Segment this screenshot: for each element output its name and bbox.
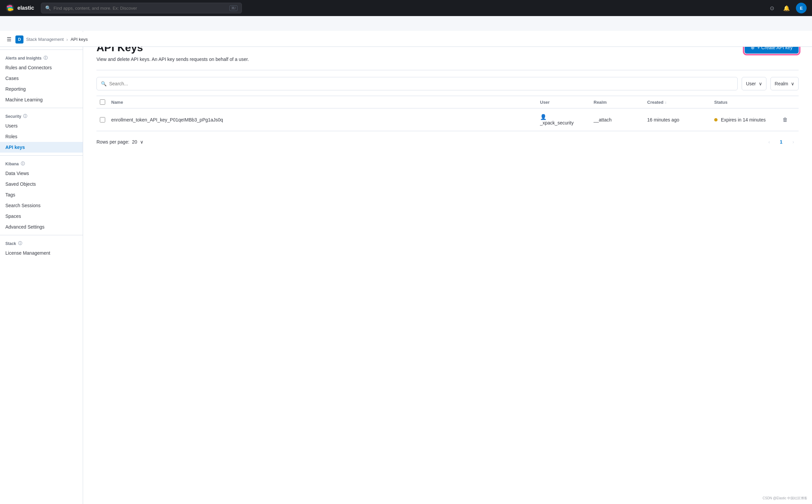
realm-filter-chevron: ∨ bbox=[791, 81, 794, 86]
sidebar-item-tags[interactable]: Tags bbox=[0, 189, 83, 200]
table-header: Name User Realm Created ↓ Status bbox=[96, 96, 799, 108]
elastic-logo[interactable]: elastic bbox=[5, 3, 34, 13]
rows-per-page-chevron: ∨ bbox=[140, 139, 143, 145]
user-person-icon: 👤 bbox=[540, 114, 588, 120]
row-user: 👤 _xpack_security bbox=[537, 114, 591, 125]
header-checkbox-cell bbox=[96, 99, 109, 105]
security-info-icon[interactable]: ⓘ bbox=[23, 113, 27, 119]
rows-per-page-control[interactable]: Rows per page: 20 ∨ bbox=[96, 139, 143, 145]
sidebar-item-spaces[interactable]: Spaces bbox=[0, 211, 83, 222]
sidebar-item-search-sessions[interactable]: Search Sessions bbox=[0, 200, 83, 211]
header-divider bbox=[96, 70, 799, 70]
sidebar-section-security: Security ⓘ bbox=[0, 111, 83, 120]
sidebar-item-rules-connectors[interactable]: Rules and Connectors bbox=[0, 62, 83, 73]
row-checkbox-cell bbox=[96, 117, 109, 122]
sidebar-section-stack: Stack ⓘ bbox=[0, 238, 83, 248]
elastic-wordmark: elastic bbox=[17, 5, 34, 11]
svg-point-4 bbox=[7, 6, 8, 7]
row-checkbox[interactable] bbox=[100, 117, 105, 122]
rows-per-page-label: Rows per page: bbox=[96, 139, 129, 145]
sidebar-item-reporting[interactable]: Reporting bbox=[0, 84, 83, 94]
status-indicator bbox=[714, 118, 718, 121]
sidebar-item-users[interactable]: Users bbox=[0, 120, 83, 131]
row-status-text: Expires in 14 minutes bbox=[721, 117, 766, 122]
header-actions bbox=[779, 99, 799, 105]
breadcrumb-stack-management[interactable]: Stack Management bbox=[26, 37, 64, 42]
row-actions: 🗑 bbox=[779, 115, 799, 124]
page-controls: ‹ 1 › bbox=[764, 137, 799, 147]
breadcrumb-current: API keys bbox=[71, 37, 88, 42]
header-realm: Realm bbox=[591, 99, 645, 105]
main-layout: Remote Clusters Alerts and Insights ⓘ Ru… bbox=[0, 31, 812, 504]
search-icon: 🔍 bbox=[45, 5, 51, 11]
row-status: Expires in 14 minutes bbox=[712, 117, 779, 122]
kibana-info-icon[interactable]: ⓘ bbox=[21, 161, 25, 167]
delete-row-button[interactable]: 🗑 bbox=[781, 115, 789, 124]
realm-filter-label: Realm bbox=[775, 81, 788, 86]
header-status-label: Status bbox=[714, 100, 728, 105]
nav-icons: ⊙ 🔔 E bbox=[766, 3, 807, 13]
sidebar: Remote Clusters Alerts and Insights ⓘ Ru… bbox=[0, 31, 83, 504]
sidebar-section-alerts: Alerts and Insights ⓘ bbox=[0, 53, 83, 62]
page-1-button[interactable]: 1 bbox=[776, 137, 787, 147]
global-search-input[interactable] bbox=[54, 6, 227, 11]
next-page-button[interactable]: › bbox=[788, 137, 799, 147]
sidebar-item-data-views[interactable]: Data Views bbox=[0, 168, 83, 179]
sidebar-divider-4 bbox=[0, 235, 83, 235]
help-icon: ⊙ bbox=[770, 5, 774, 11]
user-filter-dropdown[interactable]: User ∨ bbox=[742, 77, 766, 90]
watermark: CSDN @Elastic 中国社区博客 bbox=[761, 495, 810, 501]
breadcrumb-d-icon: D bbox=[15, 35, 23, 44]
breadcrumb-separator: › bbox=[66, 37, 68, 42]
sidebar-item-roles[interactable]: Roles bbox=[0, 131, 83, 142]
header-realm-label: Realm bbox=[594, 100, 607, 105]
row-user-value: _xpack_security bbox=[540, 120, 573, 125]
search-shortcut: ⌘/ bbox=[229, 5, 238, 11]
notifications-button[interactable]: 🔔 bbox=[781, 3, 792, 13]
bell-icon: 🔔 bbox=[783, 5, 790, 11]
main-content: API Keys View and delete API keys. An AP… bbox=[83, 31, 812, 504]
svg-point-5 bbox=[11, 9, 13, 10]
sidebar-divider-2 bbox=[0, 108, 83, 108]
header-created[interactable]: Created ↓ bbox=[645, 99, 712, 105]
header-user: User bbox=[537, 99, 591, 105]
search-filter-icon: 🔍 bbox=[101, 81, 107, 86]
row-name: enrollment_token_API_key_P01qeIMBb3_pPg1… bbox=[109, 117, 537, 122]
prev-page-button[interactable]: ‹ bbox=[764, 137, 774, 147]
sidebar-item-saved-objects[interactable]: Saved Objects bbox=[0, 179, 83, 189]
select-all-checkbox[interactable] bbox=[100, 99, 105, 105]
alerts-info-icon[interactable]: ⓘ bbox=[44, 55, 48, 61]
page-subtitle: View and delete API keys. An API key sen… bbox=[96, 57, 249, 62]
user-filter-chevron: ∨ bbox=[759, 81, 762, 86]
stack-info-icon[interactable]: ⓘ bbox=[18, 241, 22, 246]
header-user-label: User bbox=[540, 100, 550, 105]
sidebar-item-cases[interactable]: Cases bbox=[0, 73, 83, 84]
hamburger-button[interactable]: ☰ bbox=[5, 35, 13, 44]
sidebar-item-api-keys[interactable]: API keys bbox=[0, 142, 83, 153]
api-keys-table: Name User Realm Created ↓ Status bbox=[96, 96, 799, 131]
header-status: Status bbox=[712, 99, 779, 105]
row-realm: __attach bbox=[591, 117, 645, 122]
user-avatar[interactable]: E bbox=[796, 3, 807, 13]
sidebar-divider-3 bbox=[0, 155, 83, 156]
user-filter-label: User bbox=[746, 81, 756, 86]
filters-row: 🔍 User ∨ Realm ∨ bbox=[96, 77, 799, 90]
search-filter-input[interactable] bbox=[109, 81, 733, 86]
rows-per-page-value: 20 bbox=[132, 139, 137, 145]
header-created-label: Created bbox=[647, 100, 663, 105]
global-search-bar[interactable]: 🔍 ⌘/ bbox=[41, 3, 242, 13]
top-nav: elastic 🔍 ⌘/ ⊙ 🔔 E bbox=[0, 0, 812, 16]
sidebar-item-license-management[interactable]: License Management bbox=[0, 248, 83, 258]
header-name: Name bbox=[109, 99, 537, 105]
sidebar-item-machine-learning[interactable]: Machine Learning bbox=[0, 94, 83, 105]
sidebar-divider-1 bbox=[0, 50, 83, 50]
breadcrumb-bar: ☰ D Stack Management › API keys bbox=[0, 32, 812, 47]
help-button[interactable]: ⊙ bbox=[766, 3, 777, 13]
sidebar-item-advanced-settings[interactable]: Advanced Settings bbox=[0, 222, 83, 232]
pagination-row: Rows per page: 20 ∨ ‹ 1 › bbox=[96, 131, 799, 153]
sort-icon: ↓ bbox=[665, 100, 667, 104]
realm-filter-dropdown[interactable]: Realm ∨ bbox=[770, 77, 799, 90]
row-created: 16 minutes ago bbox=[645, 117, 712, 122]
search-filter[interactable]: 🔍 bbox=[96, 77, 738, 90]
table-row: enrollment_token_API_key_P01qeIMBb3_pPg1… bbox=[96, 108, 799, 131]
